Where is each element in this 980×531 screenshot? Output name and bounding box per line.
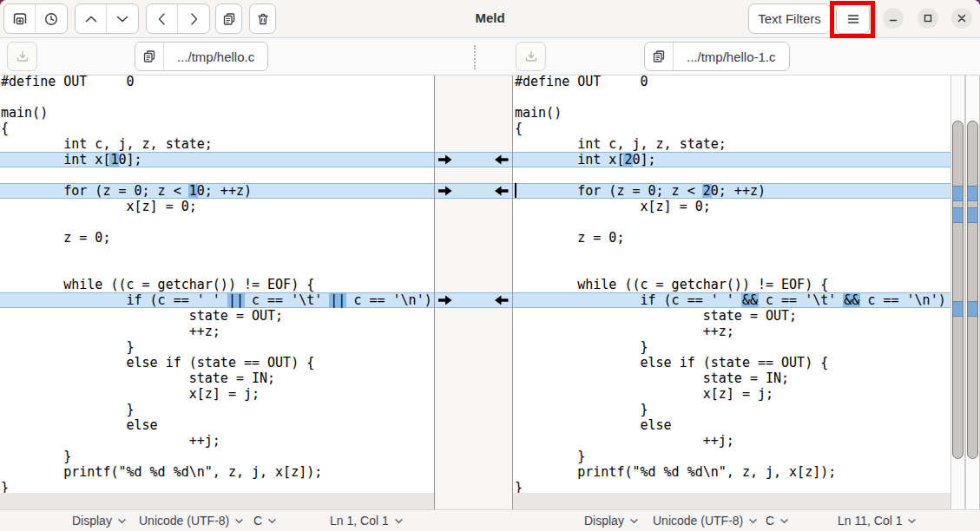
chunk-map-mark [968, 301, 977, 317]
copy-icon [221, 11, 237, 27]
minimize-icon [887, 12, 899, 24]
horizontal-scrollbar-left[interactable] [0, 493, 434, 509]
file-copy-icon [135, 43, 164, 70]
hamburger-menu-button[interactable] [836, 4, 870, 34]
language-label: C [253, 514, 262, 528]
push-change-right-arrow[interactable] [438, 295, 452, 305]
maximize-button[interactable] [918, 8, 938, 29]
encoding-menu-left[interactable]: Unicode (UTF-8) [139, 514, 244, 528]
chevron-down-icon [748, 518, 758, 524]
push-change-left-arrow[interactable] [495, 186, 509, 196]
hamburger-menu-icon [845, 11, 861, 27]
chunk-map-mark [968, 186, 977, 201]
status-bar: Display Unicode (UTF-8) C Ln 1, Col 1 Di… [0, 509, 980, 531]
display-label: Display [584, 514, 624, 528]
file-bar: .../tmp/hello.c .../tmp/hello-1.c [0, 38, 980, 75]
push-change-right-arrow[interactable] [438, 186, 452, 196]
encoding-label: Unicode (UTF-8) [653, 514, 743, 528]
save-right-button[interactable] [516, 42, 546, 71]
chevron-down-icon [394, 518, 404, 524]
encoding-label: Unicode (UTF-8) [139, 514, 229, 528]
display-label: Display [72, 514, 112, 528]
scrollbar-thumb[interactable] [967, 121, 978, 459]
code-editor-left[interactable]: #define OUT 0 main() { int c, j, z, stat… [1, 75, 432, 493]
chevron-down-icon [779, 518, 789, 524]
file-path-left: .../tmp/hello.c [164, 43, 267, 70]
editor-pane-left: #define OUT 0 main() { int c, j, z, stat… [0, 75, 434, 509]
push-change-right-arrow[interactable] [438, 154, 452, 165]
save-left-button[interactable] [7, 42, 37, 71]
display-menu-right[interactable]: Display [584, 514, 639, 528]
change-gutter [434, 75, 513, 509]
chevron-down-icon [629, 518, 639, 524]
file-chooser-right[interactable]: .../tmp/hello-1.c [644, 42, 790, 71]
pane-divider-handle[interactable] [474, 45, 476, 69]
push-change-left-arrow[interactable] [495, 154, 509, 165]
maximize-icon [922, 12, 934, 24]
close-icon [956, 12, 968, 24]
toolbar-group-changes [75, 3, 139, 34]
push-change-left-arrow[interactable] [495, 295, 509, 305]
angle-right-icon [186, 11, 201, 27]
code-viewport-right: #define OUT 0 main() { int c, j, z, stat… [513, 75, 950, 493]
chevron-up-icon [83, 11, 99, 27]
close-button[interactable] [951, 8, 972, 29]
new-comparison-icon [12, 11, 28, 27]
language-label: C [766, 514, 774, 528]
chevron-down-icon [907, 518, 917, 524]
chevron-down-icon [115, 11, 130, 27]
file-chooser-left[interactable]: .../tmp/hello.c [135, 42, 268, 71]
diff-area: #define OUT 0 main() { int c, j, z, stat… [0, 75, 980, 509]
cursor-position-right[interactable]: Ln 11, Col 1 [838, 514, 917, 528]
display-menu-left[interactable]: Display [72, 514, 127, 528]
language-menu-right[interactable]: C [766, 514, 789, 528]
code-viewport-left: #define OUT 0 main() { int c, j, z, stat… [0, 75, 434, 493]
chevron-down-icon [117, 518, 127, 524]
chunk-map-left[interactable] [950, 75, 965, 509]
next-change-button[interactable] [107, 4, 138, 33]
push-left-button[interactable] [147, 4, 178, 33]
chunk-map-mark [953, 207, 963, 223]
code-editor-right[interactable]: #define OUT 0 main() { int c, j, z, stat… [515, 75, 946, 493]
header-bar: Meld Text Filters [0, 0, 980, 38]
delete-change-button[interactable] [249, 3, 276, 34]
file-copy-icon [645, 43, 674, 70]
chunk-map-mark [953, 301, 963, 317]
chunk-map-mark [953, 186, 963, 201]
chevron-down-icon [267, 518, 277, 524]
meld-window: Meld Text Filters .../tmp/he [0, 0, 980, 531]
save-icon [523, 49, 539, 64]
toolbar-group-push [146, 3, 210, 34]
recent-comparisons-button[interactable] [36, 4, 67, 33]
chunk-map-right[interactable] [965, 75, 980, 509]
minimize-button[interactable] [883, 8, 904, 29]
chevron-down-icon [234, 518, 244, 524]
scrollbar-thumb[interactable] [952, 121, 964, 459]
push-right-button[interactable] [178, 4, 209, 33]
editor-pane-right: #define OUT 0 main() { int c, j, z, stat… [513, 75, 950, 509]
position-label: Ln 11, Col 1 [838, 514, 902, 528]
horizontal-scrollbar-right[interactable] [513, 493, 950, 509]
trash-icon [255, 11, 271, 27]
angle-left-icon [155, 11, 170, 27]
cursor-position-left[interactable]: Ln 1, Col 1 [330, 514, 404, 528]
new-comparison-button[interactable] [4, 4, 36, 33]
language-menu-left[interactable]: C [253, 514, 277, 528]
chunk-map-mark [968, 207, 977, 223]
save-icon [15, 49, 30, 64]
toolbar-group-comparison [3, 3, 68, 34]
previous-change-button[interactable] [76, 4, 107, 33]
file-path-right: .../tmp/hello-1.c [674, 43, 789, 70]
text-filters-button[interactable]: Text Filters [748, 3, 831, 34]
encoding-menu-right[interactable]: Unicode (UTF-8) [653, 514, 758, 528]
clock-history-icon [43, 11, 59, 27]
position-label: Ln 1, Col 1 [330, 514, 389, 528]
copy-changes-button[interactable] [215, 3, 242, 34]
